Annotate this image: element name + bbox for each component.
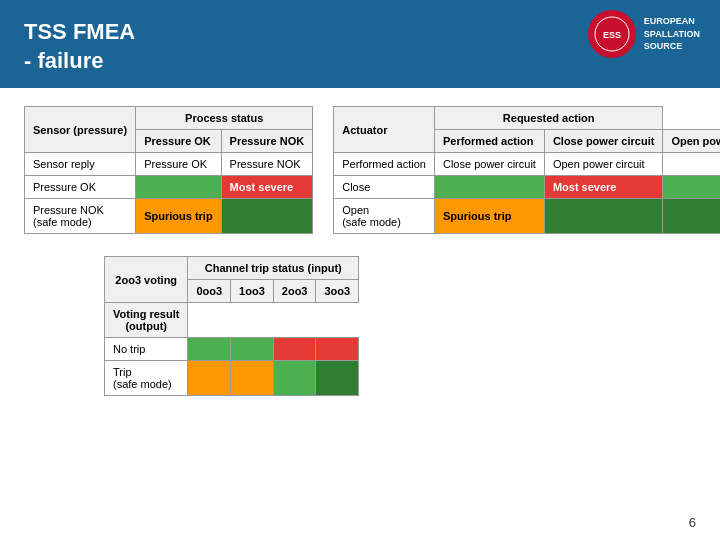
- page-header: TSS FMEA - failure ESS EUROPEAN SPALLATI…: [0, 0, 720, 88]
- tables-row: Sensor (pressure) Process status Pressur…: [24, 106, 696, 234]
- row-label: Open(safe mode): [334, 199, 435, 234]
- pressure-ok-header: Pressure OK: [136, 130, 221, 153]
- table-row: Performed action Close power circuit Ope…: [334, 153, 720, 176]
- row-label: Performed action: [334, 153, 435, 176]
- page-number: 6: [689, 515, 696, 530]
- performed-action-cell: Close power circuit: [434, 153, 544, 176]
- process-status-table: Sensor (pressure) Process status Pressur…: [24, 106, 313, 234]
- sensor-col-header: Sensor (pressure): [25, 107, 136, 153]
- logo-text: EUROPEAN SPALLATION SOURCE: [644, 15, 700, 53]
- no-trip-1oo3: [231, 338, 274, 361]
- performed-action-header: Performed action: [434, 130, 544, 153]
- pressure-ok-cell: Pressure OK: [136, 153, 221, 176]
- process-status-header: Process status: [136, 107, 313, 130]
- 0oo3-header: 0oo3: [188, 280, 231, 303]
- bottom-section: 2oo3 voting Channel trip status (input) …: [24, 256, 696, 396]
- close-power-header: Close power circuit: [544, 130, 662, 153]
- table-row: Pressure OK Most severe: [25, 176, 313, 199]
- row-label: Close: [334, 176, 435, 199]
- green-cell-2: [663, 176, 720, 199]
- trip-1oo3: [231, 361, 274, 396]
- green-cell: [136, 176, 221, 199]
- table-row: Open(safe mode) Spurious trip: [334, 199, 720, 234]
- ess-logo: ESS: [588, 10, 636, 58]
- requested-action-header: Requested action: [434, 107, 662, 130]
- open-power-header: Open power circuit: [663, 130, 720, 153]
- row-label: Sensor reply: [25, 153, 136, 176]
- dark-green-cell: [221, 199, 313, 234]
- pressure-nok-cell: Pressure NOK: [221, 153, 313, 176]
- spurious-trip-right-cell: Spurious trip: [434, 199, 544, 234]
- trip-3oo3: [316, 361, 359, 396]
- no-trip-3oo3: [316, 338, 359, 361]
- most-severe-cell: Most severe: [221, 176, 313, 199]
- table-row: Sensor reply Pressure OK Pressure NOK: [25, 153, 313, 176]
- open-power-cell: [663, 153, 720, 176]
- row-label: Pressure NOK(safe mode): [25, 199, 136, 234]
- table-row: Pressure NOK(safe mode) Spurious trip: [25, 199, 313, 234]
- voting-label: 2oo3 voting: [105, 257, 188, 303]
- trip-label: Trip(safe mode): [105, 361, 188, 396]
- trip-0oo3: [188, 361, 231, 396]
- no-trip-label: No trip: [105, 338, 188, 361]
- trip-2oo3: [273, 361, 316, 396]
- trip-row: Trip(safe mode): [105, 361, 359, 396]
- svg-text:ESS: ESS: [603, 30, 621, 40]
- spurious-trip-cell: Spurious trip: [136, 199, 221, 234]
- 2oo3-header: 2oo3: [273, 280, 316, 303]
- row-label: Pressure OK: [25, 176, 136, 199]
- 3oo3-header: 3oo3: [316, 280, 359, 303]
- close-power-cell: Open power circuit: [544, 153, 662, 176]
- dark-green-cell-3: [663, 199, 720, 234]
- pressure-nok-header: Pressure NOK: [221, 130, 313, 153]
- channel-trip-header: Channel trip status (input): [188, 257, 359, 280]
- logo-area: ESS EUROPEAN SPALLATION SOURCE: [588, 10, 700, 58]
- green-cell: [434, 176, 544, 199]
- no-trip-row: No trip: [105, 338, 359, 361]
- most-severe-cell: Most severe: [544, 176, 662, 199]
- actuator-table: Actuator Requested action Performed acti…: [333, 106, 720, 234]
- 1oo3-header: 1oo3: [231, 280, 274, 303]
- no-trip-2oo3: [273, 338, 316, 361]
- actuator-col-header: Actuator: [334, 107, 435, 153]
- no-trip-0oo3: [188, 338, 231, 361]
- voting-table: 2oo3 voting Channel trip status (input) …: [104, 256, 359, 396]
- main-content: Sensor (pressure) Process status Pressur…: [0, 88, 720, 414]
- voting-result-label: Voting result(output): [105, 303, 188, 338]
- table-row: Close Most severe: [334, 176, 720, 199]
- dark-green-cell-2: [544, 199, 662, 234]
